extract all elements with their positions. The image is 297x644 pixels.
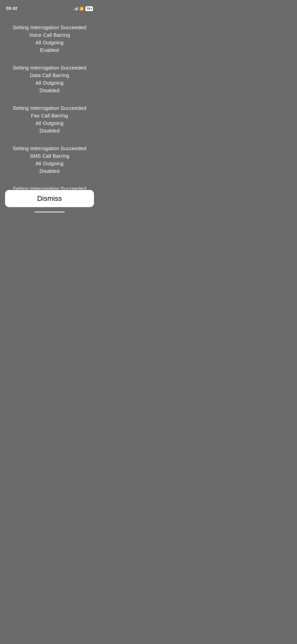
status-time: 09:42 <box>6 6 17 11</box>
entry-line: Setting Interrogation Succeeded <box>8 24 91 31</box>
entry-block-3: Setting Interrogation SucceededFax Call … <box>0 104 99 145</box>
entry-line: Disabled <box>8 127 91 135</box>
entry-line: Setting Interrogation Succeeded <box>8 64 91 72</box>
battery-tip <box>91 8 92 9</box>
signal-icon <box>73 7 78 10</box>
entry-block-1: Setting Interrogation SucceededVoice Cal… <box>0 24 99 64</box>
entry-block-4: Setting Interrogation SucceededSMS Call … <box>0 145 99 185</box>
status-bar: 09:42 📶 75 <box>0 0 99 14</box>
entry-line: All Outgoing <box>8 119 91 127</box>
entry-line: All Outgoing <box>8 160 91 167</box>
entry-block-2: Setting Interrogation SucceededData Call… <box>0 64 99 104</box>
entry-line: Setting Interrogation Succeeded <box>8 104 91 112</box>
wifi-icon: 📶 <box>79 7 84 11</box>
entry-line: Fax Call Barring <box>8 112 91 119</box>
entry-line: All Outgoing <box>8 79 91 87</box>
entry-line: All Outgoing <box>8 39 91 46</box>
entry-line: Enabled <box>8 46 91 54</box>
entry-line: Setting Interrogation Succeeded <box>8 145 91 152</box>
dismiss-button[interactable]: Dismiss <box>5 190 94 207</box>
battery-level: 75 <box>87 7 90 11</box>
battery-icon: 75 <box>85 6 93 11</box>
entry-line: Disabled <box>8 167 91 175</box>
entry-line: Data Call Barring <box>8 72 91 79</box>
dismiss-button-container[interactable]: Dismiss <box>5 190 94 207</box>
entry-block-5: Setting Interrogation SucceededSync Data… <box>0 185 99 189</box>
entry-line: Voice Call Barring <box>8 31 91 39</box>
home-indicator <box>35 211 65 213</box>
scroll-content: Setting Interrogation SucceededVoice Cal… <box>0 14 99 189</box>
status-icons: 📶 75 <box>73 6 93 11</box>
entry-line: Setting Interrogation Succeeded <box>8 185 91 189</box>
entry-line: SMS Call Barring <box>8 152 91 160</box>
entry-line: Disabled <box>8 87 91 94</box>
